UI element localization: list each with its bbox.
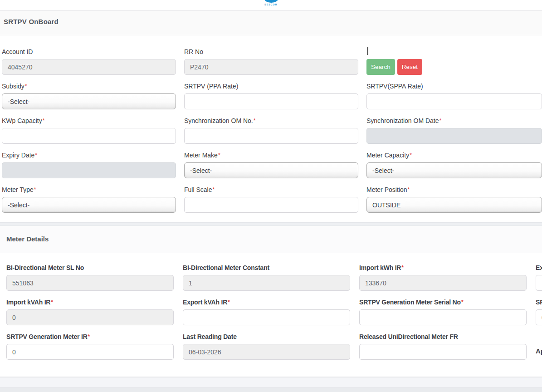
bescom-logo: BESCOM <box>261 0 282 6</box>
synchronization-om-no-field: Synchronization OM No.* <box>184 117 358 144</box>
srtpv-generation-meter-ir-input[interactable]: 0 <box>6 344 174 360</box>
account-id-input[interactable]: 4045270 <box>2 59 176 75</box>
truncated-text-cell: Ap <box>536 333 542 360</box>
released-unidirectional-meter-fr-label: Released UniDirectional Meter FR <box>359 333 527 341</box>
import-kvah-ir-input[interactable]: 0 <box>6 309 174 325</box>
page-title-strip: SRTPV OnBoard <box>0 11 542 35</box>
ex-field: Ex <box>536 264 542 291</box>
import-kwh-ir-input[interactable]: 133670 <box>359 275 527 291</box>
bi-directional-meter-sl-no-field: BI-Directional Meter SL No551063 <box>6 264 174 291</box>
page-title: SRTPV OnBoard <box>4 18 542 25</box>
required-asterisk: * <box>25 83 27 89</box>
full-scale-field: Full Scale* <box>184 186 358 213</box>
released-unidirectional-meter-fr-field: Released UniDirectional Meter FR <box>359 333 527 360</box>
srtpv-ppa-rate-input[interactable] <box>184 93 358 109</box>
meter-position-label: Meter Position* <box>366 186 542 194</box>
meter-capacity-label: Meter Capacity* <box>366 152 542 159</box>
required-asterisk: * <box>254 118 256 124</box>
meter-details-grid: BI-Directional Meter SL No551063BI-Direc… <box>0 264 542 360</box>
search-button[interactable]: Search <box>366 59 395 75</box>
truncated-label: Ap <box>536 347 542 355</box>
required-asterisk: * <box>228 299 229 305</box>
last-reading-date-field: Last Reading Date06-03-2026 <box>183 333 350 360</box>
required-asterisk: * <box>43 118 45 124</box>
bi-directional-meter-constant-input[interactable]: 1 <box>183 275 350 291</box>
rr-no-field: RR NoP2470 <box>184 48 358 75</box>
meter-position-field: Meter Position*OUTSIDE <box>366 186 542 213</box>
subsidy-select[interactable]: -Select- <box>2 93 176 109</box>
meter-type-label: Meter Type* <box>2 186 176 194</box>
synchronization-om-no-input[interactable] <box>184 128 358 144</box>
srtpv-generation-meter-ir-label: SRTPV Generation Meter IR* <box>6 333 174 341</box>
srtpv-ppa-rate-field: SRTPV (PPA Rate) <box>184 83 358 109</box>
rr-no-label: RR No <box>184 48 358 56</box>
import-kvah-ir-field: Import kVAh IR*0 <box>6 299 174 325</box>
sr-label: SR <box>536 299 542 306</box>
required-asterisk: * <box>88 333 90 340</box>
synchronization-om-date-label: Synchronization OM Date* <box>366 117 542 125</box>
required-asterisk: * <box>212 186 215 193</box>
required-asterisk: * <box>410 152 412 158</box>
kwp-capacity-label: KWp Capacity* <box>2 117 176 125</box>
required-asterisk: * <box>401 265 403 271</box>
required-asterisk: * <box>35 152 37 158</box>
synchronization-om-date-field: Synchronization OM Date* <box>366 117 542 144</box>
bi-directional-meter-sl-no-label: BI-Directional Meter SL No <box>6 264 174 272</box>
srtpv-generation-meter-serial-no-field: SRTPV Generation Meter Serial No* <box>359 299 527 325</box>
meter-make-label: Meter Make* <box>184 152 358 159</box>
bi-directional-meter-constant-field: BI-Directional Meter Constant1 <box>183 264 350 291</box>
srtpv-onboard-page: BESCOM SRTPV OnBoard Account ID4045270RR… <box>0 0 542 392</box>
srtpv-sppa-rate-label: SRTPV(SPPA Rate) <box>366 83 542 90</box>
required-asterisk: * <box>461 299 463 305</box>
rr-no-input[interactable]: P2470 <box>184 59 358 75</box>
meter-type-field: Meter Type*-Select- <box>2 186 176 213</box>
srtpv-sppa-rate-field: SRTPV(SPPA Rate) <box>366 83 542 109</box>
reset-button[interactable]: Reset <box>397 59 422 75</box>
sr-input[interactable]: 0 <box>536 309 542 325</box>
export-kvah-ir-field: Export kVAh IR* <box>183 299 350 325</box>
text-caret <box>367 47 368 55</box>
onboard-form-grid: Account ID4045270RR NoP2470SearchResetSu… <box>0 48 542 213</box>
sr-field: SR0 <box>536 299 542 325</box>
required-asterisk: * <box>439 118 442 124</box>
meter-type-select[interactable]: -Select- <box>2 197 176 213</box>
subsidy-label: Subsidy* <box>2 83 176 90</box>
export-kvah-ir-input[interactable] <box>183 309 350 325</box>
ex-label: Ex <box>536 264 542 272</box>
synchronization-om-no-label: Synchronization OM No.* <box>184 117 358 125</box>
srtpv-generation-meter-serial-no-input[interactable] <box>359 309 527 325</box>
bi-directional-meter-constant-label: BI-Directional Meter Constant <box>183 264 350 272</box>
meter-details-title: Meter Details <box>6 235 542 243</box>
meter-make-field: Meter Make*-Select- <box>184 152 358 178</box>
account-id-label: Account ID <box>2 48 176 56</box>
required-asterisk: * <box>34 186 36 193</box>
meter-position-select[interactable]: OUTSIDE <box>366 197 542 213</box>
srtpv-ppa-rate-label: SRTPV (PPA Rate) <box>184 83 358 90</box>
meter-details-card: BI-Directional Meter SL No551063BI-Direc… <box>0 253 542 377</box>
meter-capacity-field: Meter Capacity*-Select- <box>366 152 542 178</box>
full-scale-input[interactable] <box>184 197 358 213</box>
last-reading-date-label: Last Reading Date <box>183 333 350 341</box>
subsidy-field: Subsidy*-Select- <box>2 83 176 109</box>
section-divider <box>0 222 542 226</box>
account-id-field: Account ID4045270 <box>2 48 176 75</box>
meter-capacity-select[interactable]: -Select- <box>366 162 542 178</box>
expiry-date-label: Expiry Date* <box>2 152 176 159</box>
ex-input[interactable] <box>536 275 542 291</box>
expiry-date-field: Expiry Date* <box>2 152 176 178</box>
meter-make-select[interactable]: -Select- <box>184 162 358 178</box>
expiry-date-input <box>2 162 176 178</box>
onboard-form-card: Account ID4045270RR NoP2470SearchResetSu… <box>0 35 542 222</box>
released-unidirectional-meter-fr-input[interactable] <box>359 344 527 360</box>
srtpv-generation-meter-ir-field: SRTPV Generation Meter IR*0 <box>6 333 174 360</box>
full-scale-label: Full Scale* <box>184 186 358 194</box>
search-actions-cell: SearchReset <box>366 48 542 75</box>
srtpv-sppa-rate-input[interactable] <box>366 93 542 109</box>
required-asterisk: * <box>407 186 410 193</box>
last-reading-date-input[interactable]: 06-03-2026 <box>183 344 350 360</box>
required-asterisk: * <box>218 152 220 158</box>
kwp-capacity-input[interactable] <box>2 128 176 144</box>
import-kwh-ir-label: Import kWh IR* <box>359 264 527 272</box>
import-kwh-ir-field: Import kWh IR*133670 <box>359 264 527 291</box>
bi-directional-meter-sl-no-input[interactable]: 551063 <box>6 275 174 291</box>
